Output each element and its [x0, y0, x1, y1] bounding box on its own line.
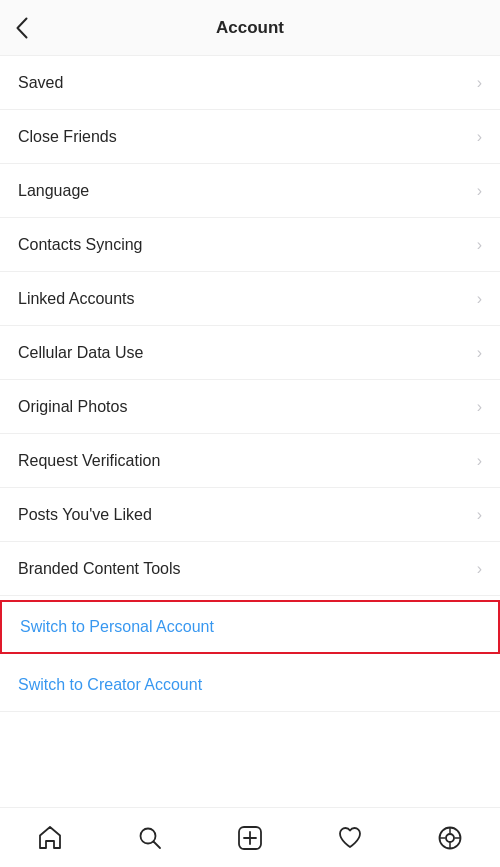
- menu-item-linked-accounts[interactable]: Linked Accounts ›: [0, 272, 500, 326]
- chevron-icon-saved: ›: [477, 74, 482, 92]
- heart-icon: [337, 825, 363, 851]
- page-title: Account: [216, 18, 284, 38]
- heart-nav-button[interactable]: [326, 814, 374, 862]
- switch-personal-label: Switch to Personal Account: [20, 618, 214, 636]
- chevron-icon-request-verification: ›: [477, 452, 482, 470]
- bottom-nav: [0, 807, 500, 867]
- chevron-icon-language: ›: [477, 182, 482, 200]
- switch-creator-label: Switch to Creator Account: [18, 676, 202, 694]
- menu-item-branded-content-tools[interactable]: Branded Content Tools ›: [0, 542, 500, 596]
- chevron-icon-branded-content-tools: ›: [477, 560, 482, 578]
- chevron-icon-contacts-syncing: ›: [477, 236, 482, 254]
- menu-item-label-branded-content-tools: Branded Content Tools: [18, 560, 180, 578]
- reels-icon: [437, 825, 463, 851]
- chevron-icon-original-photos: ›: [477, 398, 482, 416]
- menu-list: Saved › Close Friends › Language › Conta…: [0, 56, 500, 807]
- add-nav-button[interactable]: [226, 814, 274, 862]
- menu-item-saved[interactable]: Saved ›: [0, 56, 500, 110]
- back-button[interactable]: [16, 17, 28, 39]
- menu-item-close-friends[interactable]: Close Friends ›: [0, 110, 500, 164]
- search-nav-button[interactable]: [126, 814, 174, 862]
- menu-item-label-linked-accounts: Linked Accounts: [18, 290, 135, 308]
- menu-item-original-photos[interactable]: Original Photos ›: [0, 380, 500, 434]
- chevron-icon-linked-accounts: ›: [477, 290, 482, 308]
- home-icon: [37, 825, 63, 851]
- add-icon: [237, 825, 263, 851]
- svg-line-1: [154, 841, 161, 848]
- switch-to-creator-account-button[interactable]: Switch to Creator Account: [0, 658, 500, 712]
- menu-item-posts-youve-liked[interactable]: Posts You've Liked ›: [0, 488, 500, 542]
- chevron-icon-close-friends: ›: [477, 128, 482, 146]
- menu-item-label-saved: Saved: [18, 74, 63, 92]
- menu-item-language[interactable]: Language ›: [0, 164, 500, 218]
- home-nav-button[interactable]: [26, 814, 74, 862]
- menu-item-label-posts-youve-liked: Posts You've Liked: [18, 506, 152, 524]
- menu-item-request-verification[interactable]: Request Verification ›: [0, 434, 500, 488]
- menu-item-label-cellular-data-use: Cellular Data Use: [18, 344, 143, 362]
- header: Account: [0, 0, 500, 56]
- chevron-icon-posts-youve-liked: ›: [477, 506, 482, 524]
- svg-point-6: [446, 834, 454, 842]
- switch-to-personal-account-button[interactable]: Switch to Personal Account: [0, 600, 500, 654]
- menu-item-label-original-photos: Original Photos: [18, 398, 127, 416]
- menu-item-label-contacts-syncing: Contacts Syncing: [18, 236, 143, 254]
- menu-item-cellular-data-use[interactable]: Cellular Data Use ›: [0, 326, 500, 380]
- search-icon: [137, 825, 163, 851]
- menu-item-contacts-syncing[interactable]: Contacts Syncing ›: [0, 218, 500, 272]
- reels-nav-button[interactable]: [426, 814, 474, 862]
- menu-item-label-close-friends: Close Friends: [18, 128, 117, 146]
- menu-item-label-request-verification: Request Verification: [18, 452, 160, 470]
- chevron-icon-cellular-data-use: ›: [477, 344, 482, 362]
- menu-item-label-language: Language: [18, 182, 89, 200]
